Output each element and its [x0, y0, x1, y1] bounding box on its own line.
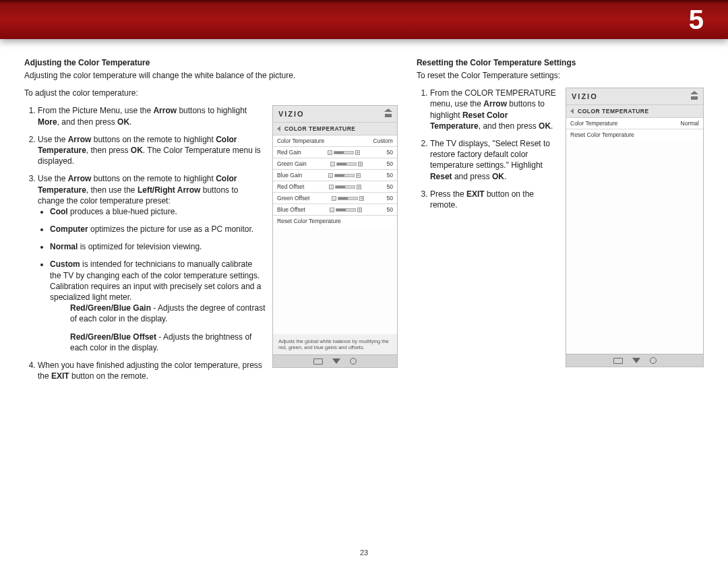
home-icon: [385, 111, 392, 117]
back-icon: [570, 108, 574, 114]
section-heading: Adjusting the Color Temperature: [24, 58, 398, 67]
tv-menu: VIZIO COLOR TEMPERATURE Color Temperatur…: [272, 105, 398, 368]
brand-logo: VIZIO: [278, 110, 305, 118]
row-label: Color Temperature: [277, 137, 324, 144]
home-icon: [691, 93, 698, 100]
lead-in: To adjust the color temperature:: [24, 88, 398, 98]
row-label: Blue Gain: [277, 172, 302, 179]
spacer: [566, 140, 703, 354]
row-label: Reset Color Temperature: [277, 218, 341, 224]
brand-logo: VIZIO: [572, 92, 598, 100]
page-content: Adjusting the Color Temperature Adjustin…: [0, 39, 728, 388]
brand-row: VIZIO: [566, 88, 703, 105]
slider: -+: [330, 161, 363, 166]
slider: -+: [328, 150, 360, 155]
help-text: Adjusts the global white balance by modi…: [273, 334, 397, 354]
slider: -+: [330, 207, 362, 212]
row-label: Color Temperature: [570, 120, 617, 127]
row-label: Reset Color Temperature: [570, 131, 634, 138]
menu-footer: [566, 354, 703, 367]
spacer: [273, 226, 397, 334]
menu-title: COLOR TEMPERATURE: [578, 108, 649, 115]
tv-menu: VIZIO COLOR TEMPERATURE Color Temperatur…: [566, 88, 704, 367]
menu-row: Red Gain -+ 50: [273, 147, 397, 158]
menu-rows: Color Temperature Custom Red Gain -+ 50 …: [273, 135, 397, 226]
left-column: Adjusting the Color Temperature Adjustin…: [24, 58, 398, 388]
right-column: Resetting the Color Temperature Settings…: [417, 58, 704, 388]
row-label: Red Offset: [277, 183, 304, 190]
section-heading: Resetting the Color Temperature Settings: [417, 58, 704, 67]
menu-row: Reset Color Temperature: [566, 129, 703, 140]
menu-rows: Color Temperature Normal Reset Color Tem…: [566, 118, 703, 140]
slider: -+: [332, 195, 364, 201]
menu-row: Blue Gain -+ 50: [273, 170, 397, 181]
back-icon: [277, 126, 280, 131]
row-value: 50: [386, 183, 392, 190]
screenshot-reset-menu: VIZIO COLOR TEMPERATURE Color Temperatur…: [566, 88, 704, 367]
wide-icon: [613, 358, 623, 364]
menu-row: Blue Offset -+ 50: [273, 204, 397, 216]
menu-title: COLOR TEMPERATURE: [284, 125, 356, 132]
menu-row: Red Offset -+ 50: [273, 181, 397, 193]
row-label: Green Gain: [277, 160, 307, 167]
menu-row: Green Offset -+ 50: [273, 193, 397, 204]
row-value: Normal: [681, 120, 699, 127]
row-value: 50: [386, 206, 392, 213]
row-label: Red Gain: [277, 149, 301, 156]
intro-paragraph: To reset the Color Temperature settings:: [417, 70, 704, 81]
menu-row: Color Temperature Normal: [566, 118, 703, 129]
v-icon: [332, 358, 340, 364]
slider: -+: [329, 184, 361, 189]
menu-title-row: COLOR TEMPERATURE: [566, 105, 703, 118]
slider: -+: [328, 173, 361, 178]
row-value: 50: [386, 160, 392, 167]
wide-icon: [313, 358, 323, 365]
v-icon: [632, 358, 640, 363]
chapter-number: 5: [689, 5, 704, 35]
menu-row: Green Gain -+ 50: [273, 158, 397, 170]
row-label: Blue Offset: [277, 206, 305, 213]
menu-footer: [273, 354, 397, 367]
menu-row: Reset Color Temperature: [273, 216, 397, 226]
page-number: 23: [0, 549, 728, 557]
row-value: Custom: [373, 137, 393, 144]
row-value: 50: [386, 172, 392, 179]
row-value: 50: [386, 149, 392, 156]
row-value: 50: [386, 195, 392, 201]
chapter-header: 5: [0, 0, 728, 39]
row-label: Green Offset: [277, 195, 310, 201]
screenshot-color-temp-menu: VIZIO COLOR TEMPERATURE Color Temperatur…: [272, 105, 398, 368]
brand-row: VIZIO: [273, 106, 397, 123]
menu-row: Color Temperature Custom: [273, 135, 397, 147]
intro-paragraph: Adjusting the color temperature will cha…: [24, 70, 398, 81]
gear-icon: [650, 357, 657, 364]
menu-title-row: COLOR TEMPERATURE: [273, 123, 397, 135]
gear-icon: [350, 358, 357, 365]
